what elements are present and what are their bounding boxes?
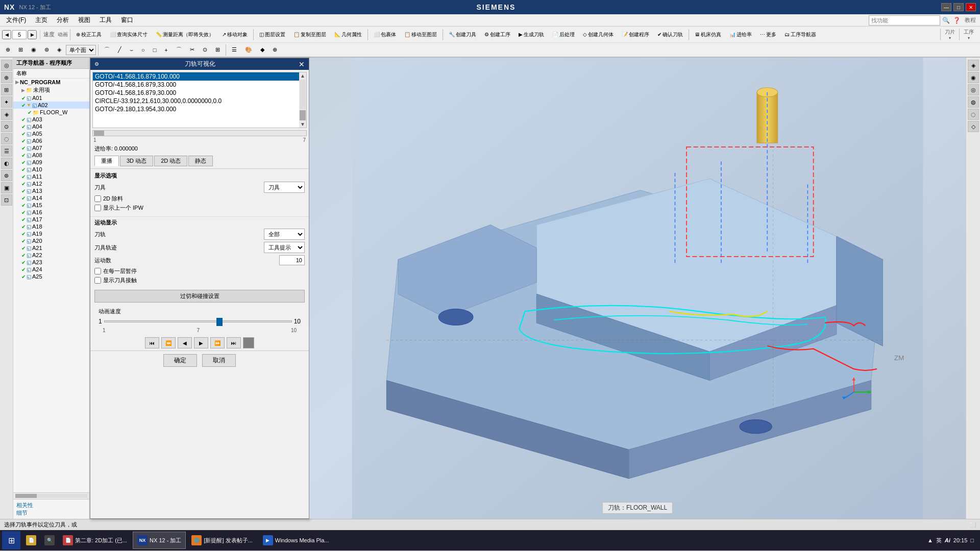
code-line-4[interactable]: GOTO/-29.180,13.954,30.000 <box>93 105 299 113</box>
anim-prev-btn[interactable]: ◀ <box>2 30 11 39</box>
nav-item-a18[interactable]: ✔ ◱ A18 <box>13 223 89 230</box>
sidebar-icon-6[interactable]: ◌ <box>1 133 12 144</box>
nav-item-a10[interactable]: ✔ ◱ A10 <box>13 166 89 173</box>
view-filter-btn[interactable]: ⊞ <box>15 43 27 57</box>
sidebar-icon-1[interactable]: ⊕ <box>1 72 12 83</box>
menu-tools[interactable]: 工具 <box>95 15 116 26</box>
play-back-btn[interactable]: ◀ <box>178 337 192 348</box>
tab-replay[interactable]: 重播 <box>94 156 119 166</box>
tray-ai[interactable]: Ai <box>945 537 950 543</box>
tool-select[interactable]: 刀具 <box>264 182 305 193</box>
nav-item-a08[interactable]: ✔ ◱ A08 <box>13 152 89 159</box>
nav-item-a21[interactable]: ✔ ◱ A21 <box>13 244 89 252</box>
point-btn[interactable]: + <box>161 43 171 57</box>
nav-item-a22[interactable]: ✔ ◱ A22 <box>13 252 89 259</box>
minimize-button[interactable]: — <box>941 3 951 11</box>
create-prog-btn[interactable]: 📝创建程序 <box>618 28 653 41</box>
viz-close-btn[interactable]: ✕ <box>299 60 305 68</box>
task-chapter[interactable]: 📄 第二章: 2D加工 (已... <box>58 532 132 549</box>
nav-item-a19[interactable]: ✔ ◱ A19 <box>13 230 89 237</box>
view-orient-btn[interactable]: ⊛ <box>41 43 53 57</box>
sidebar-icon-10[interactable]: ▣ <box>1 182 12 193</box>
tab-static[interactable]: 静态 <box>188 156 213 166</box>
create-geo-btn[interactable]: ◇创建几何体 <box>579 28 617 41</box>
right-icon-4[interactable]: ◌ <box>968 109 979 120</box>
fill-btn[interactable]: ◆ <box>257 43 268 57</box>
nav-item-a04[interactable]: ✔ ◱ A04 <box>13 123 89 130</box>
anim-next-btn[interactable]: ▶ <box>28 30 37 39</box>
close-button[interactable]: ✕ <box>966 3 976 11</box>
tray-lang[interactable]: 英 <box>936 537 942 544</box>
detail-link[interactable]: 细节 <box>16 509 86 517</box>
nav-btn[interactable]: 🗂工序导航器 <box>781 28 820 41</box>
copy-layer-btn[interactable]: 📋复制至图层 <box>290 28 330 41</box>
fillet-btn[interactable]: ⌒ <box>173 43 185 57</box>
scroll-down-arrow[interactable]: ▼ <box>299 121 306 128</box>
menu-home[interactable]: 主页 <box>31 15 52 26</box>
help-icon[interactable]: ❓ <box>953 17 961 24</box>
more2-btn[interactable]: ⊕ <box>269 43 281 57</box>
right-icon-5[interactable]: ◇ <box>968 121 979 132</box>
nav-item-a24[interactable]: ✔ ◱ A24 <box>13 266 89 273</box>
measure-dist-btn[interactable]: 📏测量距离（即将失效） <box>152 28 217 41</box>
create-op-btn[interactable]: ⚙创建工序 <box>481 28 514 41</box>
start-button[interactable]: ⊞ <box>2 531 20 549</box>
nav-item-a07[interactable]: ✔ ◱ A07 <box>13 144 89 152</box>
search-icon[interactable]: 🔍 <box>942 17 950 24</box>
right-icon-0[interactable]: ◈ <box>968 60 979 71</box>
more-btn[interactable]: ⋯更多 <box>756 28 780 41</box>
sidebar-icon-7[interactable]: ☰ <box>1 145 12 157</box>
view-select-btn[interactable]: ⊕ <box>2 43 14 57</box>
wrap-btn[interactable]: ⬜包裹体 <box>370 28 400 41</box>
curve-btn[interactable]: ⌒ <box>101 43 113 57</box>
sidebar-icon-5[interactable]: ⊙ <box>1 121 12 132</box>
code-line-0[interactable]: GOTO/-41.568,16.879,100.000 <box>93 72 299 81</box>
play-stop-btn[interactable] <box>243 337 254 348</box>
right-icon-1[interactable]: ◉ <box>968 72 979 83</box>
sidebar-icon-11[interactable]: ⊡ <box>1 194 12 206</box>
code-line-2[interactable]: GOTO/-41.568,16.879,30.000 <box>93 89 299 97</box>
nav-item-a03[interactable]: ✔ ◱ A03 <box>13 116 89 123</box>
code-scrollbar[interactable]: ▲ ▼ <box>299 72 306 128</box>
nav-item-a14[interactable]: ✔ ◱ A14 <box>13 194 89 202</box>
collision-btn[interactable]: 过切和碰撞设置 <box>94 290 305 303</box>
speed-slider-thumb[interactable] <box>216 318 223 326</box>
tray-up-arrow[interactable]: ▲ <box>927 537 933 543</box>
nav-item-nc-program[interactable]: ▶ NC_PROGRAM <box>13 79 89 86</box>
nav-scroll-bar[interactable] <box>13 492 89 499</box>
nav-item-a23[interactable]: ✔ ◱ A23 <box>13 259 89 266</box>
search-input[interactable] <box>869 15 940 26</box>
view-mode-btn[interactable]: ◈ <box>54 43 65 57</box>
confirm-path-btn[interactable]: ✔确认刀轨 <box>654 28 687 41</box>
menu-view[interactable]: 视图 <box>74 15 94 26</box>
check-contact-input[interactable] <box>94 277 101 284</box>
sidebar-icon-8[interactable]: ◐ <box>1 158 12 169</box>
nav-item-a05[interactable]: ✔ ◱ A05 <box>13 130 89 137</box>
right-icon-3[interactable]: ◍ <box>968 96 979 108</box>
sidebar-icon-9[interactable]: ⊛ <box>1 170 12 181</box>
motion-count-input[interactable] <box>279 255 305 265</box>
nav-item-a09[interactable]: ✔ ◱ A09 <box>13 159 89 166</box>
task-browser[interactable]: 🌐 [新提醒] 发表帖子... <box>187 532 257 549</box>
move-layer-btn[interactable]: 📋移动至图层 <box>401 28 440 41</box>
rect-btn[interactable]: □ <box>150 43 160 57</box>
trim-btn[interactable]: ✂ <box>186 43 198 57</box>
post-proc-btn[interactable]: 📄后处理 <box>549 28 578 41</box>
create-tool-btn[interactable]: 🔧创建刀具 <box>445 28 480 41</box>
sidebar-icon-0[interactable]: ◎ <box>1 60 12 71</box>
task-nx[interactable]: NX NX 12 - 加工 <box>133 532 186 549</box>
check-ipw-input[interactable] <box>94 205 101 211</box>
nav-item-floor-w[interactable]: ✔ 📁 FLOOR_W <box>13 109 89 116</box>
tab-2d[interactable]: 2D 动态 <box>154 156 187 166</box>
check-pause-input[interactable] <box>94 268 101 274</box>
scroll-thumb[interactable] <box>300 110 306 120</box>
ok-btn[interactable]: 确定 <box>163 354 197 367</box>
circle-btn[interactable]: ○ <box>138 43 149 57</box>
right-icon-2[interactable]: ◎ <box>968 84 979 95</box>
line-btn[interactable]: ╱ <box>114 43 125 57</box>
nav-item-a20[interactable]: ✔ ◱ A20 <box>13 237 89 244</box>
arc-btn[interactable]: ⌣ <box>126 43 137 57</box>
correct-tool-btn[interactable]: ⊕校正工具 <box>72 28 105 41</box>
move-obj-btn[interactable]: ↗移动对象 <box>218 28 251 41</box>
solid-size-btn[interactable]: ⬜查询实体尺寸 <box>106 28 151 41</box>
